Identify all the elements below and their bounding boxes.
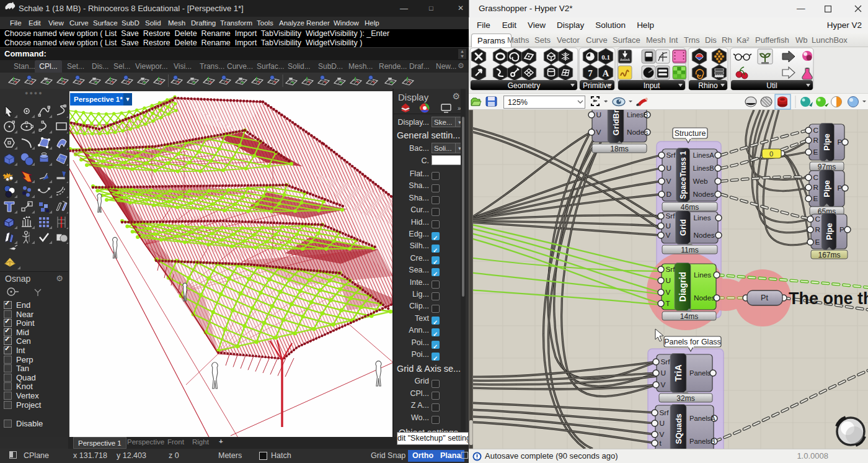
- svg-text:V: V: [666, 177, 671, 186]
- svg-text:Nodes: Nodes: [694, 294, 715, 302]
- svg-text:Web: Web: [693, 177, 708, 186]
- svg-text:V: V: [666, 231, 671, 240]
- svg-text:18ms: 18ms: [610, 145, 628, 153]
- svg-text:PanelsA: PanelsA: [689, 415, 715, 422]
- svg-text:LinesB: LinesB: [627, 111, 648, 119]
- svg-text:U: U: [666, 222, 671, 230]
- svg-text:R: R: [813, 136, 819, 145]
- svg-text:Nodes: Nodes: [693, 190, 714, 199]
- svg-text:Geometry: Geometry: [508, 81, 541, 90]
- svg-text:E: E: [815, 238, 820, 246]
- svg-text:Lines: Lines: [694, 271, 711, 279]
- svg-text:C: C: [813, 126, 819, 135]
- svg-text:0: 0: [769, 150, 773, 158]
- svg-text:Srf: Srf: [666, 212, 676, 220]
- svg-text:Util: Util: [766, 81, 777, 90]
- svg-text:R: R: [813, 183, 819, 192]
- svg-text:Rhino: Rhino: [698, 81, 718, 90]
- svg-text:V: V: [661, 380, 666, 389]
- svg-text:Primitive: Primitive: [583, 81, 611, 90]
- svg-text:46ms: 46ms: [681, 203, 699, 212]
- svg-text:U: U: [596, 110, 602, 119]
- svg-text:SpaceTruss 1: SpaceTruss 1: [679, 151, 688, 199]
- svg-text:Nodes: Nodes: [627, 128, 648, 137]
- svg-text:P: P: [838, 138, 843, 146]
- svg-text:D: D: [666, 190, 672, 199]
- svg-text:LinesB: LinesB: [693, 164, 714, 172]
- svg-text:A: A: [603, 68, 609, 78]
- svg-text:Srf: Srf: [661, 357, 671, 366]
- svg-text:167ms: 167ms: [818, 251, 840, 259]
- svg-text:125%: 125%: [508, 98, 528, 107]
- svg-text:Structure: Structure: [675, 129, 706, 138]
- svg-text:Panels: Panels: [689, 369, 711, 377]
- svg-text:Pipe: Pipe: [822, 180, 831, 197]
- svg-text:E: E: [813, 194, 818, 203]
- svg-text:PanelsB: PanelsB: [689, 438, 715, 445]
- svg-text:7: 7: [588, 68, 593, 78]
- svg-text:U: U: [666, 164, 672, 173]
- svg-text:V: V: [666, 288, 671, 297]
- svg-text:0.1: 0.1: [601, 53, 610, 61]
- svg-text:P: P: [838, 184, 843, 192]
- svg-text:Grid: Grid: [678, 219, 688, 236]
- svg-text:Panels for Glass: Panels for Glass: [664, 338, 721, 346]
- svg-text:V: V: [596, 128, 601, 137]
- svg-text:TriA: TriA: [673, 364, 683, 381]
- svg-text:Pt: Pt: [761, 294, 768, 302]
- svg-text:Srf: Srf: [660, 408, 670, 417]
- svg-text:Pipe: Pipe: [822, 133, 831, 150]
- svg-text:14ms: 14ms: [680, 312, 698, 321]
- svg-text:U: U: [661, 369, 666, 377]
- svg-text:E: E: [813, 148, 818, 156]
- svg-text:U: U: [660, 419, 665, 428]
- svg-text:The one tha: The one tha: [789, 289, 868, 308]
- svg-text:V: V: [660, 430, 665, 439]
- svg-text:11ms: 11ms: [681, 246, 698, 254]
- svg-text:P: P: [839, 225, 844, 234]
- svg-text:C: C: [815, 215, 821, 223]
- svg-text:T: T: [666, 299, 670, 308]
- svg-text:C: C: [813, 173, 819, 182]
- svg-text:R: R: [815, 225, 821, 234]
- svg-text:Diagrid: Diagrid: [678, 272, 688, 302]
- svg-text:GridBra: GridBra: [611, 110, 621, 135]
- svg-text:U: U: [666, 276, 671, 285]
- svg-text:Nodes: Nodes: [694, 231, 715, 240]
- svg-text:Input: Input: [644, 81, 660, 90]
- svg-text:32ms: 32ms: [676, 394, 694, 403]
- svg-text:SQuads: SQuads: [674, 413, 683, 444]
- svg-text:Srf: Srf: [666, 151, 676, 160]
- svg-text:Lines: Lines: [694, 214, 711, 222]
- svg-text:Srf: Srf: [666, 265, 676, 274]
- svg-text:LinesA: LinesA: [693, 151, 715, 159]
- svg-text:Pipe: Pipe: [825, 223, 834, 240]
